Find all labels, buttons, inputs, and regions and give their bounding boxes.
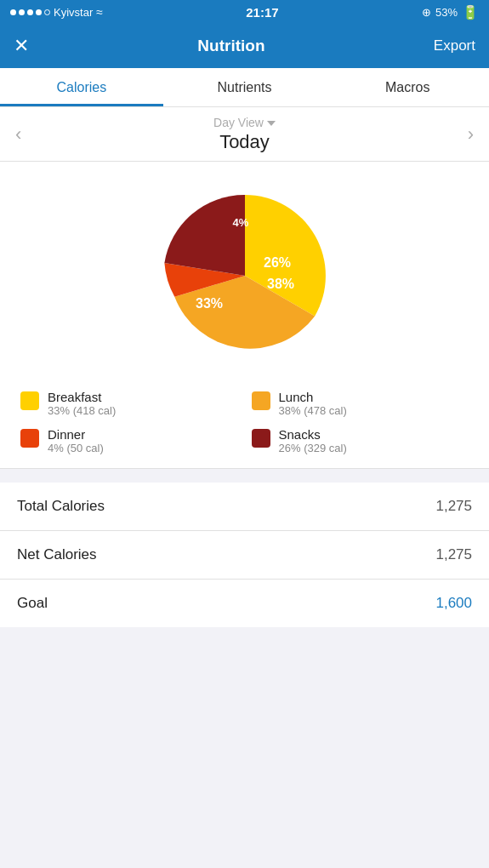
- day-selector: Day View Today: [213, 116, 276, 153]
- prev-day-button[interactable]: ‹: [0, 115, 37, 154]
- legend-breakfast: Breakfast 33% (418 cal): [20, 390, 238, 417]
- carrier-label: Kyivstar: [54, 6, 93, 19]
- app-header: ✕ Nutrition Export: [0, 24, 489, 68]
- tab-bar: Calories Nutrients Macros: [0, 68, 489, 107]
- total-calories-row: Total Calories 1,275: [0, 483, 489, 531]
- lunch-sub: 38% (478 cal): [279, 404, 347, 417]
- legend-dinner: Dinner 4% (50 cal): [20, 427, 238, 454]
- dinner-color: [20, 429, 39, 448]
- label-dinner: 4%: [232, 216, 248, 229]
- legend-snacks: Snacks 26% (329 cal): [252, 427, 469, 454]
- dropdown-icon: [267, 121, 276, 126]
- dinner-label: Dinner: [48, 427, 104, 442]
- status-time: 21:17: [246, 5, 278, 20]
- export-button[interactable]: Export: [434, 37, 475, 54]
- lunch-color: [252, 391, 270, 410]
- status-right: ⊕ 53% 🔋: [422, 4, 479, 20]
- goal-row: Goal 1,600: [0, 580, 489, 627]
- battery-label: 53%: [435, 6, 458, 19]
- separator: [0, 469, 489, 476]
- legend-lunch: Lunch 38% (478 cal): [252, 390, 469, 417]
- dot1: [10, 9, 16, 15]
- next-day-button[interactable]: ›: [452, 115, 489, 154]
- pie-chart-area: 33% 38% 4% 26%: [0, 162, 489, 383]
- battery-icon: 🔋: [462, 4, 479, 20]
- tab-nutrients[interactable]: Nutrients: [163, 68, 327, 106]
- label-snacks: 26%: [263, 255, 290, 270]
- day-nav: ‹ Day View Today ›: [0, 107, 489, 162]
- snacks-color: [252, 429, 270, 448]
- net-calories-row: Net Calories 1,275: [0, 531, 489, 580]
- dinner-sub: 4% (50 cal): [48, 442, 104, 454]
- dot5: [44, 9, 50, 15]
- status-bar: Kyivstar ≈ 21:17 ⊕ 53% 🔋: [0, 0, 489, 24]
- lunch-label: Lunch: [279, 390, 347, 404]
- lock-icon: ⊕: [422, 6, 431, 19]
- label-lunch: 38%: [266, 277, 293, 291]
- slice-snacks: [164, 195, 245, 276]
- tab-macros[interactable]: Macros: [326, 68, 489, 106]
- goal-value: 1,600: [435, 595, 472, 612]
- wifi-icon: ≈: [96, 5, 103, 19]
- page-title: Nutrition: [197, 37, 264, 55]
- chart-legend: Breakfast 33% (418 cal) Lunch 38% (478 c…: [0, 383, 489, 469]
- total-calories-label: Total Calories: [17, 498, 105, 515]
- status-left: Kyivstar ≈: [10, 5, 103, 19]
- breakfast-sub: 33% (418 cal): [48, 404, 116, 417]
- signal-dots: [10, 9, 50, 15]
- total-calories-value: 1,275: [435, 498, 472, 515]
- current-day: Today: [213, 131, 276, 153]
- goal-label: Goal: [17, 595, 48, 612]
- close-button[interactable]: ✕: [14, 35, 29, 57]
- snacks-label: Snacks: [279, 427, 347, 442]
- pie-chart: 33% 38% 4% 26%: [151, 182, 338, 369]
- snacks-sub: 26% (329 cal): [279, 442, 347, 454]
- stats-section: Total Calories 1,275 Net Calories 1,275 …: [0, 483, 489, 627]
- dot4: [36, 9, 42, 15]
- dot3: [27, 9, 33, 15]
- net-calories-value: 1,275: [435, 546, 472, 563]
- tab-calories[interactable]: Calories: [0, 68, 163, 106]
- label-breakfast: 33%: [195, 296, 222, 311]
- dot2: [19, 9, 25, 15]
- breakfast-label: Breakfast: [48, 390, 116, 404]
- net-calories-label: Net Calories: [17, 546, 97, 563]
- breakfast-color: [20, 391, 39, 410]
- day-view-label[interactable]: Day View: [213, 116, 276, 129]
